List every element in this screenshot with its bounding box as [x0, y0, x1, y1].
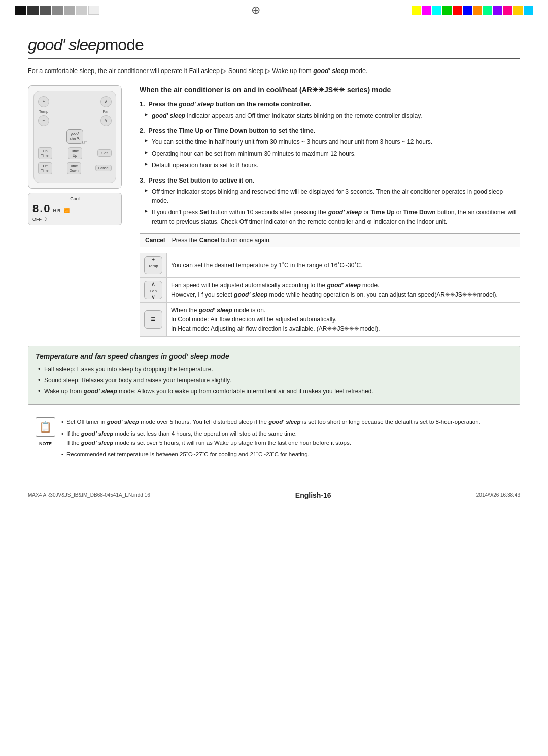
- step-3-header: 3. Press the Set button to active it on.: [140, 177, 520, 184]
- gray-bar-2: [27, 6, 39, 15]
- time-down-btn[interactable]: TimeDown: [67, 162, 81, 174]
- step-2-bullet-1: You can set the time in half hourly unit…: [145, 137, 520, 147]
- note-content: Set Off timer in good' sleep mode over 5…: [61, 417, 481, 461]
- airflow-icon: ≡: [151, 313, 155, 326]
- step-1-header: 1. Press the good' sleep button on the r…: [140, 101, 520, 108]
- gray-bars: [15, 6, 99, 15]
- time-up-btn[interactable]: TimeUp: [68, 147, 82, 159]
- color-blue: [463, 6, 472, 15]
- display-signal-icon: 📶: [64, 208, 71, 213]
- left-column: + Temp − ∧ Fan ∨ good'slee↖: [28, 85, 129, 337]
- color-mint: [483, 6, 492, 15]
- temp-fan-bullet-3: Wake up from good' sleep mode: Allows yo…: [38, 387, 512, 396]
- temp-fan-title: Temperature and fan speed changes in goo…: [36, 352, 512, 361]
- display-hr: HR: [53, 208, 62, 213]
- set-btn[interactable]: Set: [97, 149, 112, 157]
- footer-right: 2014/9/26 16:38:43: [476, 492, 520, 498]
- section1-title: When the air conditioner is on and in co…: [140, 85, 520, 95]
- color-sky: [524, 6, 533, 15]
- step-1-bullets: good' sleep indicator appears and Off ti…: [140, 111, 520, 120]
- note-list: Set Off timer in good' sleep mode over 5…: [61, 417, 481, 459]
- color-bars-right: [412, 6, 533, 15]
- target-icon-top: ⊕: [251, 4, 260, 17]
- cancel-note-box: Cancel Press the Cancel button once agai…: [140, 233, 520, 247]
- feature-row-temp: +Temp− You can set the desired temperatu…: [140, 253, 520, 278]
- step-3-bullet-2: If you don't press Set button within 10 …: [145, 208, 520, 226]
- color-red: [453, 6, 462, 15]
- cancel-btn[interactable]: Cancel: [95, 165, 112, 171]
- step-1-bullet-1: good' sleep indicator appears and Off ti…: [145, 111, 520, 120]
- fan-up-btn[interactable]: ∧: [100, 96, 112, 107]
- on-timer-btn[interactable]: OnTimer: [38, 147, 52, 159]
- fan-buttons: ∧ Fan ∨: [100, 96, 112, 126]
- temp-plus-btn[interactable]: +: [38, 96, 49, 107]
- intro-text: For a comfortable sleep, the air conditi…: [28, 66, 520, 76]
- gray-bar-7: [88, 6, 99, 15]
- color-gold: [513, 6, 523, 15]
- display-off: OFF ☽: [32, 217, 117, 222]
- step-3: 3. Press the Set button to active it on.…: [140, 177, 520, 226]
- temp-icon-box: +Temp−: [144, 256, 162, 274]
- temp-fan-bullet-2: Sound sleep: Relaxes your body and raise…: [38, 376, 512, 385]
- finger-icon: ☞: [81, 139, 87, 146]
- temp-buttons: + Temp −: [38, 96, 49, 126]
- step-2-bullet-2: Operating hour can be set from minimum 3…: [145, 149, 520, 158]
- color-green: [442, 6, 452, 15]
- fan-label: Fan: [103, 109, 110, 114]
- digit-value: 8.0: [32, 202, 51, 215]
- temp-fan-section: Temperature and fan speed changes in goo…: [28, 346, 520, 405]
- note-document-icon: 📋: [36, 417, 55, 437]
- print-marks: ⊕: [0, 0, 548, 20]
- two-col-layout: + Temp − ∧ Fan ∨ good'slee↖: [28, 85, 520, 337]
- display-panel: Cool 8.0 HR 📶 OFF ☽: [28, 193, 122, 225]
- color-cyan: [432, 6, 441, 15]
- temp-minus-btn[interactable]: −: [38, 115, 49, 126]
- gray-bar-3: [40, 6, 51, 15]
- fan-icon: ∧Fan∨: [150, 281, 157, 300]
- off-timer-btn[interactable]: OffTimer: [38, 162, 52, 174]
- step-3-bullets: Off timer indicator stops blinking and r…: [140, 187, 520, 226]
- feature-row-fan: ∧Fan∨ Fan speed will be adjusted automat…: [140, 278, 520, 303]
- remote-row-top: + Temp − ∧ Fan ∨: [38, 96, 112, 126]
- gray-bar-1: [15, 6, 26, 15]
- title-mode: mode: [105, 35, 144, 54]
- temp-fan-bullets: Fall asleep: Eases you into sleep by dro…: [36, 365, 512, 396]
- fan-icon-box: ∧Fan∨: [144, 281, 162, 299]
- fan-down-btn[interactable]: ∨: [100, 115, 112, 126]
- temp-label: Temp: [39, 109, 48, 114]
- step-2-bullet-3: Default operation hour is set to 8 hours…: [145, 161, 520, 170]
- step-2-bullets: You can set the time in half hourly unit…: [140, 137, 520, 170]
- display-digits: 8.0 HR 📶: [32, 202, 117, 215]
- page-footer: MAX4 AR30JV&JS_IB&IM_DB68-04541A_EN.indd…: [0, 487, 548, 503]
- good-sleep-text: good'slee↖: [70, 131, 80, 142]
- step-1: 1. Press the good' sleep button on the r…: [140, 101, 520, 120]
- note-item-2: If the good' sleep mode is set less than…: [61, 429, 481, 448]
- good-sleep-row: good'slee↖ ☞: [38, 129, 112, 144]
- feature-fan-text: Fan speed will be adjusted automatically…: [167, 278, 520, 303]
- feature-temp-text: You can set the desired temperature by 1…: [167, 253, 520, 278]
- good-sleep-btn[interactable]: good'slee↖ ☞: [66, 129, 83, 144]
- color-pink: [503, 6, 512, 15]
- color-bars-left: [15, 6, 99, 15]
- feature-table: +Temp− You can set the desired temperatu…: [140, 253, 520, 337]
- step-2-header: 2. Press the Time Up or Time Down button…: [140, 127, 520, 134]
- footer-center: English-16: [295, 491, 331, 499]
- remote-body: + Temp − ∧ Fan ∨ good'slee↖: [33, 91, 116, 183]
- color-purple: [493, 6, 502, 15]
- gray-bar-5: [64, 6, 75, 15]
- temp-fan-bullet-1: Fall asleep: Eases you into sleep by dro…: [38, 365, 512, 374]
- note-item-3: Recommended set temperature is between 2…: [61, 450, 481, 459]
- color-yellow: [412, 6, 421, 15]
- color-orange: [473, 6, 482, 15]
- fan-icon-cell: ∧Fan∨: [140, 278, 167, 303]
- gray-bar-6: [76, 6, 87, 15]
- footer-left: MAX4 AR30JV&JS_IB&IM_DB68-04541A_EN.indd…: [28, 492, 150, 498]
- display-cool-label: Cool: [32, 196, 117, 201]
- gray-bar-4: [52, 6, 63, 15]
- page-title: good' sleepmode: [28, 35, 520, 59]
- color-magenta: [422, 6, 431, 15]
- note-item-1: Set Off timer in good' sleep mode over 5…: [61, 417, 481, 426]
- right-column: When the air conditioner is on and in co…: [140, 85, 520, 337]
- cancel-label: Cancel: [145, 237, 165, 244]
- note-label: NOTE: [37, 439, 54, 449]
